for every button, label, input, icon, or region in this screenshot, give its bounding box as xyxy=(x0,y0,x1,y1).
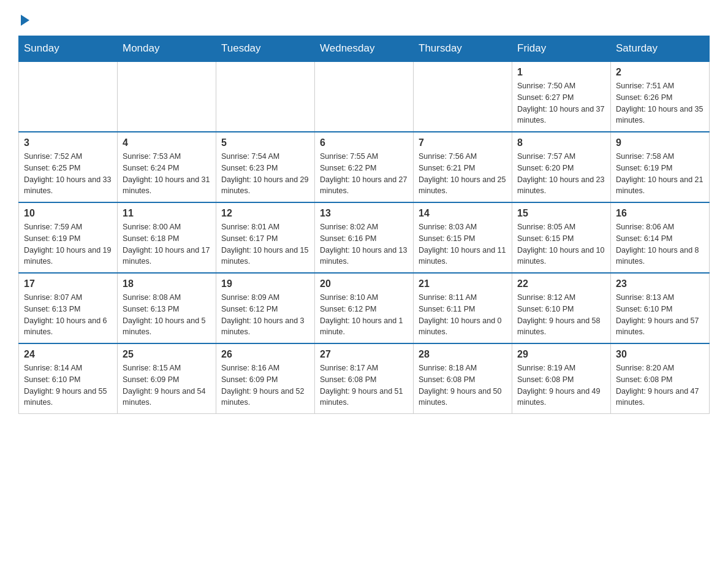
day-number: 23 xyxy=(616,278,704,289)
calendar-week-row: 3Sunrise: 7:52 AMSunset: 6:25 PMDaylight… xyxy=(19,132,710,202)
calendar-day-cell: 20Sunrise: 8:10 AMSunset: 6:12 PMDayligh… xyxy=(315,273,414,343)
calendar-header-row: SundayMondayTuesdayWednesdayThursdayFrid… xyxy=(19,36,710,62)
day-number: 13 xyxy=(320,208,408,219)
day-number: 25 xyxy=(123,349,211,360)
day-of-week-header: Friday xyxy=(512,36,611,62)
calendar-week-row: 24Sunrise: 8:14 AMSunset: 6:10 PMDayligh… xyxy=(19,343,710,414)
day-sun-info: Sunrise: 7:55 AMSunset: 6:22 PMDaylight:… xyxy=(320,151,408,197)
logo xyxy=(18,12,29,23)
day-number: 29 xyxy=(517,349,605,360)
calendar-day-cell: 1Sunrise: 7:50 AMSunset: 6:27 PMDaylight… xyxy=(512,61,611,132)
calendar-day-cell: 5Sunrise: 7:54 AMSunset: 6:23 PMDaylight… xyxy=(216,132,315,202)
day-number: 17 xyxy=(24,278,112,289)
day-sun-info: Sunrise: 8:17 AMSunset: 6:08 PMDaylight:… xyxy=(320,362,408,408)
calendar-day-cell xyxy=(19,61,118,132)
calendar-day-cell: 11Sunrise: 8:00 AMSunset: 6:18 PMDayligh… xyxy=(118,202,216,273)
day-sun-info: Sunrise: 8:10 AMSunset: 6:12 PMDaylight:… xyxy=(320,292,408,338)
day-sun-info: Sunrise: 8:13 AMSunset: 6:10 PMDaylight:… xyxy=(616,292,704,338)
calendar-day-cell: 14Sunrise: 8:03 AMSunset: 6:15 PMDayligh… xyxy=(414,202,512,273)
day-of-week-header: Saturday xyxy=(611,36,710,62)
day-sun-info: Sunrise: 7:56 AMSunset: 6:21 PMDaylight:… xyxy=(419,151,507,197)
calendar-week-row: 17Sunrise: 8:07 AMSunset: 6:13 PMDayligh… xyxy=(19,273,710,343)
day-number: 27 xyxy=(320,349,408,360)
calendar-day-cell: 8Sunrise: 7:57 AMSunset: 6:20 PMDaylight… xyxy=(512,132,611,202)
day-number: 30 xyxy=(616,349,704,360)
calendar-day-cell xyxy=(414,61,512,132)
day-sun-info: Sunrise: 7:54 AMSunset: 6:23 PMDaylight:… xyxy=(221,151,309,197)
day-number: 3 xyxy=(24,137,112,148)
day-sun-info: Sunrise: 8:18 AMSunset: 6:08 PMDaylight:… xyxy=(419,362,507,408)
day-number: 18 xyxy=(123,278,211,289)
calendar-day-cell xyxy=(216,61,315,132)
calendar-day-cell: 21Sunrise: 8:11 AMSunset: 6:11 PMDayligh… xyxy=(414,273,512,343)
calendar-day-cell: 22Sunrise: 8:12 AMSunset: 6:10 PMDayligh… xyxy=(512,273,611,343)
day-number: 21 xyxy=(419,278,507,289)
day-of-week-header: Thursday xyxy=(414,36,512,62)
day-number: 6 xyxy=(320,137,408,148)
day-number: 7 xyxy=(419,137,507,148)
calendar-day-cell: 13Sunrise: 8:02 AMSunset: 6:16 PMDayligh… xyxy=(315,202,414,273)
page-header xyxy=(18,12,710,23)
calendar-day-cell: 12Sunrise: 8:01 AMSunset: 6:17 PMDayligh… xyxy=(216,202,315,273)
day-sun-info: Sunrise: 8:14 AMSunset: 6:10 PMDaylight:… xyxy=(24,362,112,408)
calendar-day-cell: 26Sunrise: 8:16 AMSunset: 6:09 PMDayligh… xyxy=(216,343,315,414)
calendar-day-cell: 25Sunrise: 8:15 AMSunset: 6:09 PMDayligh… xyxy=(118,343,216,414)
calendar-day-cell: 6Sunrise: 7:55 AMSunset: 6:22 PMDaylight… xyxy=(315,132,414,202)
day-sun-info: Sunrise: 8:08 AMSunset: 6:13 PMDaylight:… xyxy=(123,292,211,338)
day-sun-info: Sunrise: 8:19 AMSunset: 6:08 PMDaylight:… xyxy=(517,362,605,408)
day-number: 9 xyxy=(616,137,704,148)
day-number: 15 xyxy=(517,208,605,219)
day-sun-info: Sunrise: 8:12 AMSunset: 6:10 PMDaylight:… xyxy=(517,292,605,338)
calendar-day-cell: 16Sunrise: 8:06 AMSunset: 6:14 PMDayligh… xyxy=(611,202,710,273)
day-of-week-header: Sunday xyxy=(19,36,118,62)
day-of-week-header: Tuesday xyxy=(216,36,315,62)
calendar-day-cell: 29Sunrise: 8:19 AMSunset: 6:08 PMDayligh… xyxy=(512,343,611,414)
calendar-day-cell: 7Sunrise: 7:56 AMSunset: 6:21 PMDaylight… xyxy=(414,132,512,202)
calendar-day-cell: 15Sunrise: 8:05 AMSunset: 6:15 PMDayligh… xyxy=(512,202,611,273)
day-sun-info: Sunrise: 8:06 AMSunset: 6:14 PMDaylight:… xyxy=(616,221,704,267)
calendar-day-cell: 19Sunrise: 8:09 AMSunset: 6:12 PMDayligh… xyxy=(216,273,315,343)
day-number: 2 xyxy=(616,67,704,78)
day-sun-info: Sunrise: 7:58 AMSunset: 6:19 PMDaylight:… xyxy=(616,151,704,197)
calendar-day-cell: 27Sunrise: 8:17 AMSunset: 6:08 PMDayligh… xyxy=(315,343,414,414)
calendar-day-cell: 4Sunrise: 7:53 AMSunset: 6:24 PMDaylight… xyxy=(118,132,216,202)
calendar-day-cell: 24Sunrise: 8:14 AMSunset: 6:10 PMDayligh… xyxy=(19,343,118,414)
day-sun-info: Sunrise: 8:00 AMSunset: 6:18 PMDaylight:… xyxy=(123,221,211,267)
day-number: 10 xyxy=(24,208,112,219)
calendar-day-cell xyxy=(118,61,216,132)
day-sun-info: Sunrise: 7:52 AMSunset: 6:25 PMDaylight:… xyxy=(24,151,112,197)
day-sun-info: Sunrise: 8:09 AMSunset: 6:12 PMDaylight:… xyxy=(221,292,309,338)
day-number: 20 xyxy=(320,278,408,289)
day-number: 4 xyxy=(123,137,211,148)
day-number: 24 xyxy=(24,349,112,360)
day-number: 26 xyxy=(221,349,309,360)
day-sun-info: Sunrise: 8:20 AMSunset: 6:08 PMDaylight:… xyxy=(616,362,704,408)
calendar-day-cell: 30Sunrise: 8:20 AMSunset: 6:08 PMDayligh… xyxy=(611,343,710,414)
calendar-day-cell: 2Sunrise: 7:51 AMSunset: 6:26 PMDaylight… xyxy=(611,61,710,132)
calendar-day-cell: 10Sunrise: 7:59 AMSunset: 6:19 PMDayligh… xyxy=(19,202,118,273)
day-number: 19 xyxy=(221,278,309,289)
calendar-day-cell: 17Sunrise: 8:07 AMSunset: 6:13 PMDayligh… xyxy=(19,273,118,343)
day-of-week-header: Monday xyxy=(118,36,216,62)
day-sun-info: Sunrise: 8:03 AMSunset: 6:15 PMDaylight:… xyxy=(419,221,507,267)
day-number: 1 xyxy=(517,67,605,78)
logo-triangle-icon xyxy=(21,15,29,26)
day-sun-info: Sunrise: 7:57 AMSunset: 6:20 PMDaylight:… xyxy=(517,151,605,197)
day-number: 5 xyxy=(221,137,309,148)
day-number: 16 xyxy=(616,208,704,219)
day-of-week-header: Wednesday xyxy=(315,36,414,62)
day-sun-info: Sunrise: 8:02 AMSunset: 6:16 PMDaylight:… xyxy=(320,221,408,267)
day-number: 11 xyxy=(123,208,211,219)
calendar-table: SundayMondayTuesdayWednesdayThursdayFrid… xyxy=(18,36,710,414)
day-number: 12 xyxy=(221,208,309,219)
day-sun-info: Sunrise: 7:50 AMSunset: 6:27 PMDaylight:… xyxy=(517,80,605,126)
day-sun-info: Sunrise: 7:53 AMSunset: 6:24 PMDaylight:… xyxy=(123,151,211,197)
day-sun-info: Sunrise: 8:01 AMSunset: 6:17 PMDaylight:… xyxy=(221,221,309,267)
calendar-week-row: 1Sunrise: 7:50 AMSunset: 6:27 PMDaylight… xyxy=(19,61,710,132)
day-sun-info: Sunrise: 8:11 AMSunset: 6:11 PMDaylight:… xyxy=(419,292,507,338)
day-sun-info: Sunrise: 8:07 AMSunset: 6:13 PMDaylight:… xyxy=(24,292,112,338)
calendar-day-cell: 28Sunrise: 8:18 AMSunset: 6:08 PMDayligh… xyxy=(414,343,512,414)
day-number: 28 xyxy=(419,349,507,360)
calendar-day-cell: 3Sunrise: 7:52 AMSunset: 6:25 PMDaylight… xyxy=(19,132,118,202)
day-sun-info: Sunrise: 7:59 AMSunset: 6:19 PMDaylight:… xyxy=(24,221,112,267)
